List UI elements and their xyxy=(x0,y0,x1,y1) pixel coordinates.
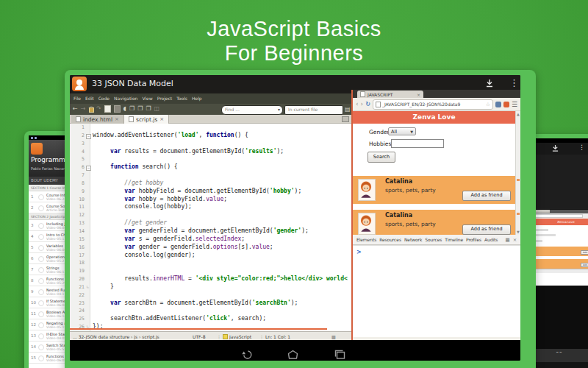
file-icon xyxy=(76,116,81,122)
devtools-tab-resources[interactable]: Resources xyxy=(379,237,401,242)
lesson-subtitle: Video-06:13 xyxy=(46,270,66,274)
forward-arrow-icon[interactable]: → xyxy=(81,105,86,113)
fold-end-marker[interactable]: ∟ xyxy=(86,286,90,289)
lesson-status-circle xyxy=(38,300,44,306)
lesson-number: 9 xyxy=(31,289,34,294)
status-caret-position[interactable]: Ln: 1 Col: 1 xyxy=(265,334,290,339)
lesson-number: 13 xyxy=(31,333,36,338)
gender-select[interactable]: All▼ xyxy=(388,127,416,135)
add-as-friend-button[interactable]: Add as friend xyxy=(462,224,511,235)
search-button[interactable]: Search xyxy=(368,152,395,163)
fold-marker[interactable]: − xyxy=(86,134,91,139)
layout-icon[interactable]: ❐ xyxy=(137,105,143,113)
download-icon[interactable] xyxy=(486,79,493,88)
folder-icon[interactable]: ▤ xyxy=(345,106,351,113)
find-input[interactable]: Find ...▾ xyxy=(221,105,283,115)
dock-icon[interactable]: ▦ xyxy=(506,237,510,243)
address-bar[interactable]: _JAVASCRIPT_EN/32-JSON%20data9 ☆ xyxy=(373,99,493,110)
devtools-tab-audits[interactable]: Audits xyxy=(484,237,498,242)
lesson-subtitle: Video-06:05 xyxy=(46,358,66,362)
download-icon[interactable] xyxy=(552,145,559,152)
close-tab-icon[interactable]: × xyxy=(115,116,119,122)
result-tags: sports, pets, party xyxy=(385,187,436,194)
close-tab-icon[interactable]: × xyxy=(159,116,164,122)
code-editor[interactable]: 12−window.addEventListener('load', funct… xyxy=(70,124,353,331)
lesson-status-circle xyxy=(38,355,44,361)
code-line: 19 xyxy=(70,267,353,275)
menu-item-code[interactable]: Code xyxy=(98,96,110,104)
console-prompt: > xyxy=(356,249,362,255)
browser-menu-icon[interactable]: ☰ xyxy=(512,101,517,108)
devtools-tab-network[interactable]: Network xyxy=(404,237,422,242)
overflow-menu-icon[interactable]: ⋮ xyxy=(578,144,585,151)
menu-item-tools[interactable]: Tools xyxy=(176,96,187,104)
lesson-subtitle: Video-04:11 xyxy=(46,292,66,296)
app-header: Zenva Love xyxy=(353,111,515,124)
menu-item-file[interactable]: File xyxy=(74,96,81,104)
line-number: 22 xyxy=(70,291,85,300)
bookmark-star-icon[interactable]: ☆ xyxy=(486,102,490,107)
devtools-tab-elements[interactable]: Elements xyxy=(356,237,376,242)
chevron-up-icon[interactable]: ˉˉ xyxy=(556,351,562,358)
menu-item-help[interactable]: Help xyxy=(192,96,202,104)
status-notification-icon[interactable]: ▥ xyxy=(331,334,336,339)
menu-item-view[interactable]: View xyxy=(142,96,152,104)
new-file-icon[interactable] xyxy=(104,105,111,113)
browser-forward-icon[interactable]: › xyxy=(361,101,364,107)
devtools-tab-timeline[interactable]: Timeline xyxy=(445,237,463,242)
hobbies-input[interactable] xyxy=(391,139,444,148)
mini-add-friend-button: Add as friend xyxy=(581,263,588,267)
editor-tab-script.js[interactable]: script.js× xyxy=(124,115,169,124)
browser-scrollbar[interactable]: ▲ ▼ xyxy=(515,111,520,235)
extension-icon[interactable] xyxy=(495,102,501,107)
lesson-subtitle: Video-05:55 xyxy=(46,347,66,351)
overflow-menu-icon[interactable]: ⋮ xyxy=(509,78,519,88)
layout-icon[interactable]: ❐ xyxy=(129,105,135,113)
lesson-title: 33 JSON Data Model xyxy=(92,79,173,88)
dropdown-arrow-icon[interactable]: ▾ xyxy=(278,107,280,112)
menu-item-navigation[interactable]: Navigation xyxy=(114,96,137,104)
browser-back-icon[interactable]: ‹ xyxy=(356,101,359,107)
sync-icon[interactable]: ◖ xyxy=(123,105,126,113)
devtools-tab-sources[interactable]: Sources xyxy=(425,237,442,242)
devtools-console[interactable]: > xyxy=(353,245,520,337)
lesson-number: 1 xyxy=(31,194,34,199)
lesson-subtitle: Video-06:04 xyxy=(46,303,66,307)
printer-icon[interactable] xyxy=(342,116,349,122)
lesson-status-circle xyxy=(38,289,44,295)
mini-add-friend-button: Add as friend xyxy=(581,250,588,255)
editor-tab-index.html[interactable]: index.html× xyxy=(71,115,124,124)
close-devtools-icon[interactable]: × xyxy=(513,237,517,243)
menu-item-edit[interactable]: Edit xyxy=(85,96,94,104)
extension-icon[interactable] xyxy=(503,102,509,107)
scroll-down-icon[interactable]: ▼ xyxy=(516,230,520,234)
mini-result-card: Add as friend xyxy=(530,247,588,256)
close-tab-icon[interactable]: × xyxy=(417,92,420,97)
status-language[interactable]: JavaScript xyxy=(223,334,251,339)
search-scope-input[interactable]: In current file xyxy=(284,105,343,115)
status-encoding[interactable]: UTF-8 xyxy=(193,334,206,339)
code-line: 11 console.log(hobby); xyxy=(70,203,353,211)
monitor-icon[interactable]: ◫ xyxy=(154,105,160,113)
mini-app-header: Zenva Love xyxy=(530,219,588,225)
devtools-tab-profiles[interactable]: Profiles xyxy=(466,237,481,242)
redo-icon[interactable]: ↷ xyxy=(96,105,101,113)
recents-nav-icon[interactable] xyxy=(334,350,345,360)
reload-icon[interactable]: ↻ xyxy=(365,101,370,107)
browser-tab[interactable]: JAVASCRIPT × xyxy=(357,91,423,98)
scroll-up-icon[interactable]: ▲ xyxy=(516,112,520,116)
page-icon xyxy=(360,91,365,97)
back-nav-icon[interactable] xyxy=(240,350,252,360)
layout-icon[interactable]: ❐ xyxy=(146,105,151,113)
open-folder-icon[interactable] xyxy=(89,107,94,113)
lesson-number: 14 xyxy=(31,344,36,349)
add-as-friend-button[interactable]: Add as friend xyxy=(462,191,511,201)
status-breadcrumb[interactable]: ... 32-JSON data structure › js › script… xyxy=(73,334,159,339)
fold-marker[interactable]: − xyxy=(86,166,91,171)
back-arrow-icon[interactable]: ← xyxy=(73,105,78,113)
lesson-number: 15 xyxy=(31,355,36,360)
menu-item-project[interactable]: Project xyxy=(157,96,173,104)
save-icon[interactable] xyxy=(114,105,121,113)
home-nav-icon[interactable] xyxy=(287,350,298,360)
code-text: }); xyxy=(93,323,103,331)
